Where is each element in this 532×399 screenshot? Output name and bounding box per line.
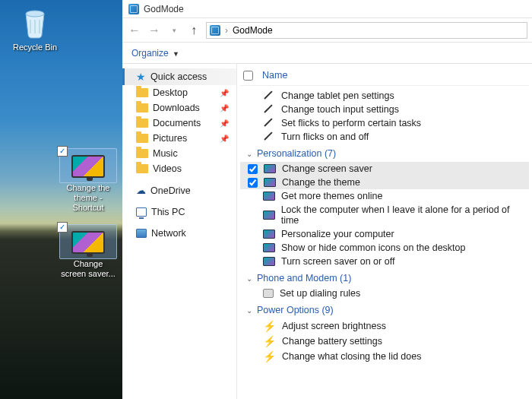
sidebar-item-videos[interactable]: Videos <box>122 161 236 176</box>
group-personalization[interactable]: ⌄Personalization (7) <box>240 144 529 162</box>
list-item[interactable]: Get more themes online <box>240 189 529 203</box>
control-panel-icon <box>210 25 220 36</box>
sidebar-item-desktop[interactable]: Desktop📌 <box>122 85 236 100</box>
battery-icon: ⚡ <box>263 335 276 347</box>
chevron-down-icon: ⌄ <box>246 150 252 158</box>
up-button[interactable]: ↑ <box>186 23 201 38</box>
battery-icon: ⚡ <box>263 350 276 363</box>
item-checkbox[interactable] <box>248 178 258 188</box>
monitor-icon <box>264 164 276 173</box>
pen-icon <box>263 90 275 101</box>
list-item[interactable]: Show or hide common icons on the desktop <box>240 241 529 255</box>
shortcut-label: Change screen saver... <box>59 259 117 279</box>
monitor-icon <box>263 257 275 266</box>
list-item[interactable]: Lock the computer when I leave it alone … <box>240 203 529 227</box>
battery-icon: ⚡ <box>263 320 276 332</box>
pc-icon <box>136 207 147 217</box>
recycle-bin-icon <box>17 5 53 41</box>
organize-button[interactable]: Organize ▼ <box>131 48 179 59</box>
monitor-icon <box>264 178 276 187</box>
selection-check-icon: ✓ <box>57 222 68 233</box>
sidebar-item-music[interactable]: Music <box>122 146 236 161</box>
chevron-down-icon: ⌄ <box>246 274 252 283</box>
group-phone-modem[interactable]: ⌄Phone and Modem (1) <box>240 268 529 287</box>
sidebar-this-pc[interactable]: This PC <box>122 204 236 220</box>
folder-icon <box>136 119 148 128</box>
folder-icon <box>136 149 148 158</box>
sidebar-onedrive[interactable]: ☁OneDrive <box>122 182 236 198</box>
sidebar-quick-access[interactable]: ★ Quick access <box>122 68 236 85</box>
folder-icon <box>136 103 148 112</box>
sidebar-item-documents[interactable]: Documents📌 <box>122 116 236 131</box>
monitor-icon <box>263 211 275 220</box>
desktop[interactable]: Recycle Bin ✓ Change the theme - Shortcu… <box>0 0 122 399</box>
list-item[interactable]: Personalize your computer <box>240 227 529 241</box>
address-text[interactable]: GodMode <box>233 25 273 36</box>
sidebar-network[interactable]: Network <box>122 226 236 241</box>
monitor-icon <box>263 243 275 252</box>
pen-icon <box>263 118 275 128</box>
sidebar-item-pictures[interactable]: Pictures📌 <box>122 131 236 146</box>
shortcut-label: Change the theme - Shortcut <box>59 183 117 214</box>
explorer-window: GodMode ← → ▾ ↑ › GodMode Organize ▼ ★ Q… <box>122 0 532 399</box>
cloud-icon: ☁ <box>136 185 146 196</box>
folder-icon <box>136 134 148 143</box>
chevron-down-icon: ▼ <box>173 50 179 58</box>
list-item[interactable]: Change tablet pen settings <box>240 89 529 103</box>
list-item[interactable]: Change the theme <box>240 176 529 189</box>
network-icon <box>136 229 147 238</box>
shortcut-change-theme[interactable]: ✓ Change the theme - Shortcut <box>59 148 117 214</box>
monitor-icon <box>71 155 105 178</box>
window-title: GodMode <box>144 4 184 14</box>
recycle-bin-label: Recycle Bin <box>6 43 64 52</box>
titlebar[interactable]: GodMode <box>122 0 532 18</box>
star-icon: ★ <box>136 71 146 83</box>
name-header[interactable]: Name <box>262 70 287 81</box>
breadcrumb-separator: › <box>225 25 228 36</box>
pin-icon: 📌 <box>220 119 229 128</box>
folder-icon <box>136 88 148 97</box>
recycle-bin[interactable]: Recycle Bin <box>6 5 64 52</box>
monitor-icon <box>263 192 275 201</box>
content-pane[interactable]: Name Change tablet pen settings Change t… <box>237 64 532 399</box>
list-item[interactable]: ⚡Change battery settings <box>240 334 529 349</box>
shortcut-change-screensaver[interactable]: ✓ Change screen saver... <box>59 224 117 279</box>
list-item[interactable]: Change touch input settings <box>240 103 529 116</box>
navbar: ← → ▾ ↑ › GodMode <box>122 18 532 43</box>
recent-dropdown[interactable]: ▾ <box>166 23 182 38</box>
column-header[interactable]: Name <box>240 68 529 86</box>
pin-icon: 📌 <box>220 104 229 112</box>
toolbar: Organize ▼ <box>122 43 532 64</box>
select-all-checkbox[interactable] <box>243 71 253 81</box>
monitor-icon <box>71 231 105 254</box>
selection-check-icon: ✓ <box>57 146 68 157</box>
sidebar-item-downloads[interactable]: Downloads📌 <box>122 100 236 116</box>
forward-button: → <box>147 23 162 38</box>
pin-icon: 📌 <box>220 89 229 97</box>
list-item[interactable]: Turn screen saver on or off <box>240 255 529 268</box>
control-panel-icon <box>128 4 139 14</box>
list-item[interactable]: Change screen saver <box>240 162 529 176</box>
chevron-down-icon: ⌄ <box>246 306 252 315</box>
sidebar: ★ Quick access Desktop📌 Downloads📌 Docum… <box>122 64 237 399</box>
monitor-icon <box>263 230 275 239</box>
address-bar[interactable]: › GodMode <box>206 22 527 39</box>
pen-icon <box>263 104 275 115</box>
list-item[interactable]: Set flicks to perform certain tasks <box>240 116 529 130</box>
list-item[interactable]: ⚡Adjust screen brightness <box>240 318 529 334</box>
modem-icon <box>263 289 274 298</box>
list-item[interactable]: Set up dialing rules <box>240 287 529 300</box>
group-power-options[interactable]: ⌄Power Options (9) <box>240 300 529 318</box>
pin-icon: 📌 <box>220 135 229 143</box>
list-item[interactable]: ⚡Change what closing the lid does <box>240 349 529 364</box>
back-button[interactable]: ← <box>127 23 142 38</box>
svg-point-0 <box>26 11 44 17</box>
list-item[interactable]: Turn flicks on and off <box>240 130 529 144</box>
folder-icon <box>136 164 148 173</box>
item-checkbox[interactable] <box>248 164 258 174</box>
pen-icon <box>263 131 275 142</box>
